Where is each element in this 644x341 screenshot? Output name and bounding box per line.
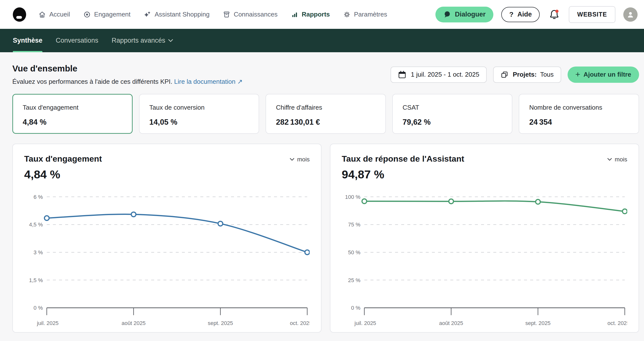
kpi-value: 14,05 %	[150, 118, 249, 127]
target-icon	[83, 11, 91, 18]
main-content: Vue d'ensemble Évaluez vos performances …	[0, 52, 644, 333]
tab-synthese[interactable]: Synthèse	[13, 29, 42, 52]
page-header: Vue d'ensemble Évaluez vos performances …	[12, 63, 639, 85]
tab-rapports-avances[interactable]: Rapports avancés	[112, 29, 173, 52]
assistant-response-rate-line-chart: 0 %25 %50 %75 %100 %juil. 2025août 2025s…	[342, 182, 627, 330]
period-value: mois	[615, 156, 627, 163]
calendar-icon	[398, 70, 406, 79]
website-selector-button[interactable]: WEBSITE	[569, 6, 616, 23]
nav-item-parametres[interactable]: Paramètres	[343, 10, 387, 18]
filter-actions: 1 juil. 2025 - 1 oct. 2025 Projets: Tous…	[390, 66, 639, 83]
engagement-rate-line-chart: 0 %1,5 %3 %4,5 %6 %juil. 2025août 2025se…	[24, 182, 310, 330]
aide-button[interactable]: ? Aide	[501, 7, 540, 22]
nav-item-rapports[interactable]: Rapports	[291, 10, 330, 18]
kpi-value: 79,62 %	[402, 118, 502, 127]
kpi-label: Taux de conversion	[150, 104, 249, 111]
aide-label: Aide	[518, 10, 532, 18]
kpi-card-taux-conversion[interactable]: Taux de conversion 14,05 %	[139, 94, 260, 134]
dialoguer-label: Dialoguer	[455, 10, 486, 18]
kpi-card-csat[interactable]: CSAT 79,62 %	[392, 94, 512, 134]
nav-item-assistant-shopping[interactable]: Assistant Shopping	[144, 10, 210, 18]
kpi-label: Taux d'engagement	[23, 104, 122, 111]
user-avatar[interactable]	[623, 7, 638, 22]
notifications-button[interactable]	[548, 8, 561, 21]
dialoguer-button[interactable]: Dialoguer	[436, 7, 494, 22]
kpi-value: 4,84 %	[23, 118, 122, 127]
svg-text:75 %: 75 %	[348, 222, 360, 228]
page-header-titles: Vue d'ensemble Évaluez vos performances …	[12, 63, 242, 85]
chevron-down-icon	[607, 158, 612, 161]
nav-item-label: Paramètres	[354, 10, 387, 18]
kpi-card-taux-engagement[interactable]: Taux d'engagement 4,84 %	[12, 94, 133, 134]
home-icon	[38, 11, 46, 18]
bell-icon	[548, 9, 560, 20]
period-selector[interactable]: mois	[290, 156, 310, 163]
nav-item-accueil[interactable]: Accueil	[38, 10, 70, 18]
top-navigation: Accueil Engagement Assistant Shopping	[0, 0, 644, 29]
projects-label: Projets:	[513, 71, 537, 78]
charts-row: Taux d'engagement mois 4,84 % 0 %1,5 %3 …	[12, 144, 639, 333]
chevron-down-icon	[168, 39, 173, 42]
projects-value: Tous	[540, 71, 554, 78]
period-value: mois	[297, 156, 310, 163]
kpi-value: 282 130,01 €	[276, 118, 376, 127]
svg-text:juil. 2025: juil. 2025	[354, 320, 376, 326]
bar-chart-icon	[291, 11, 298, 18]
svg-text:oct. 2025: oct. 2025	[608, 320, 627, 326]
tab-label: Conversations	[56, 37, 98, 44]
add-filter-button[interactable]: + Ajouter un filtre	[568, 66, 639, 83]
plus-icon: +	[576, 70, 580, 78]
svg-text:sept. 2025: sept. 2025	[208, 320, 233, 326]
date-range-button[interactable]: 1 juil. 2025 - 1 oct. 2025	[390, 66, 487, 83]
svg-text:juil. 2025: juil. 2025	[37, 320, 59, 326]
svg-text:1,5 %: 1,5 %	[29, 277, 43, 283]
kpi-card-nombre-conversations[interactable]: Nombre de conversations 24 354	[519, 94, 639, 134]
page-subtitle-text: Évaluez vos performances à l'aide de ces…	[12, 78, 172, 85]
kpi-row: Taux d'engagement 4,84 % Taux de convers…	[12, 94, 639, 134]
engagement-rate-chart-card: Taux d'engagement mois 4,84 % 0 %1,5 %3 …	[12, 144, 322, 333]
chart-current-value: 94,87 %	[342, 168, 627, 181]
svg-text:0 %: 0 %	[34, 305, 43, 311]
nav-item-label: Engagement	[94, 10, 130, 18]
kpi-label: CSAT	[402, 104, 502, 111]
nav-item-label: Accueil	[49, 10, 70, 18]
svg-text:25 %: 25 %	[348, 277, 360, 283]
external-arrow-icon: ↗	[237, 78, 242, 85]
page-title: Vue d'ensemble	[12, 63, 242, 73]
knowledge-box-icon	[223, 11, 230, 18]
svg-text:50 %: 50 %	[348, 249, 360, 256]
assistant-response-rate-chart-card: Taux de réponse de l'Assistant mois 94,8…	[330, 144, 639, 333]
projects-filter-button[interactable]: Projets: Tous	[493, 66, 561, 83]
sparkles-icon	[144, 11, 151, 18]
app-logo[interactable]	[12, 7, 27, 22]
projects-icon	[500, 71, 508, 79]
svg-text:sept. 2025: sept. 2025	[526, 320, 550, 326]
period-selector[interactable]: mois	[607, 156, 627, 163]
svg-text:6 %: 6 %	[34, 194, 43, 200]
notification-dot	[556, 9, 559, 13]
svg-text:4,5 %: 4,5 %	[29, 222, 43, 228]
svg-text:août 2025: août 2025	[122, 320, 146, 326]
svg-text:août 2025: août 2025	[439, 320, 463, 326]
nav-item-engagement[interactable]: Engagement	[83, 10, 130, 18]
user-icon	[626, 10, 635, 19]
documentation-link[interactable]: Lire la documentation ↗	[174, 78, 242, 85]
question-mark-icon: ?	[509, 10, 513, 18]
kpi-label: Chiffre d'affaires	[276, 104, 376, 111]
tab-conversations[interactable]: Conversations	[56, 29, 98, 52]
nav-item-label: Assistant Shopping	[154, 10, 210, 18]
add-filter-label: Ajouter un filtre	[583, 71, 631, 78]
chevron-down-icon	[290, 158, 294, 161]
svg-text:3 %: 3 %	[34, 249, 43, 256]
svg-text:oct. 2025: oct. 2025	[290, 320, 310, 326]
date-range-value: 1 juil. 2025 - 1 oct. 2025	[411, 71, 479, 78]
gear-icon	[343, 11, 350, 18]
kpi-card-chiffre-affaires[interactable]: Chiffre d'affaires 282 130,01 €	[266, 94, 386, 134]
tab-label: Rapports avancés	[112, 37, 166, 44]
nav-item-connaissances[interactable]: Connaissances	[223, 10, 278, 18]
chat-bubble-icon	[443, 10, 451, 18]
chart-title: Taux de réponse de l'Assistant	[342, 154, 464, 164]
reports-sub-navigation: Synthèse Conversations Rapports avancés	[0, 29, 644, 52]
svg-text:100 %: 100 %	[345, 194, 360, 200]
tab-label: Synthèse	[13, 37, 42, 44]
